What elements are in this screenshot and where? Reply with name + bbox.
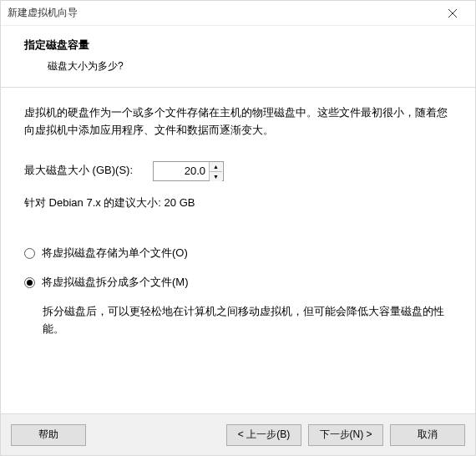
close-button[interactable]: [437, 2, 468, 25]
option-split-label: 将虚拟磁盘拆分成多个文件(M): [42, 274, 189, 291]
window-controls: [437, 2, 468, 25]
spinner-buttons: ▲ ▼: [209, 162, 222, 180]
back-button[interactable]: < 上一步(B): [226, 424, 301, 446]
page-title: 指定磁盘容量: [24, 38, 452, 53]
wizard-content: 虚拟机的硬盘作为一个或多个文件存储在主机的物理磁盘中。这些文件最初很小，随着您向…: [1, 88, 475, 413]
split-description: 拆分磁盘后，可以更轻松地在计算机之间移动虚拟机，但可能会降低大容量磁盘的性能。: [24, 303, 452, 338]
option-single-file[interactable]: 将虚拟磁盘存储为单个文件(O): [24, 245, 452, 262]
titlebar: 新建虚拟机向导: [1, 1, 475, 26]
description-text: 虚拟机的硬盘作为一个或多个文件存储在主机的物理磁盘中。这些文件最初很小，随着您向…: [24, 104, 452, 139]
disk-size-spinner[interactable]: ▲ ▼: [153, 161, 224, 181]
radio-icon: [24, 248, 35, 259]
disk-size-input[interactable]: [154, 162, 209, 180]
option-single-label: 将虚拟磁盘存储为单个文件(O): [42, 245, 188, 262]
cancel-button[interactable]: 取消: [390, 424, 465, 446]
page-subtitle: 磁盘大小为多少?: [24, 59, 452, 73]
radio-icon: [24, 277, 35, 288]
window-title: 新建虚拟机向导: [8, 6, 78, 20]
help-button[interactable]: 帮助: [11, 424, 86, 446]
next-button[interactable]: 下一步(N) >: [308, 424, 383, 446]
option-split-files[interactable]: 将虚拟磁盘拆分成多个文件(M): [24, 274, 452, 291]
wizard-window: 新建虚拟机向导 指定磁盘容量 磁盘大小为多少? 虚拟机的硬盘作为一个或多个文件存…: [0, 0, 476, 456]
wizard-header: 指定磁盘容量 磁盘大小为多少?: [1, 26, 475, 88]
disk-size-row: 最大磁盘大小 (GB)(S): ▲ ▼: [24, 161, 452, 181]
recommend-text: 针对 Debian 7.x 的建议大小: 20 GB: [24, 195, 452, 212]
max-disk-label: 最大磁盘大小 (GB)(S):: [24, 162, 133, 180]
spinner-down-button[interactable]: ▼: [210, 172, 222, 181]
spinner-up-button[interactable]: ▲: [210, 162, 222, 172]
wizard-footer: 帮助 < 上一步(B) 下一步(N) > 取消: [1, 413, 475, 455]
close-icon: [448, 9, 457, 18]
